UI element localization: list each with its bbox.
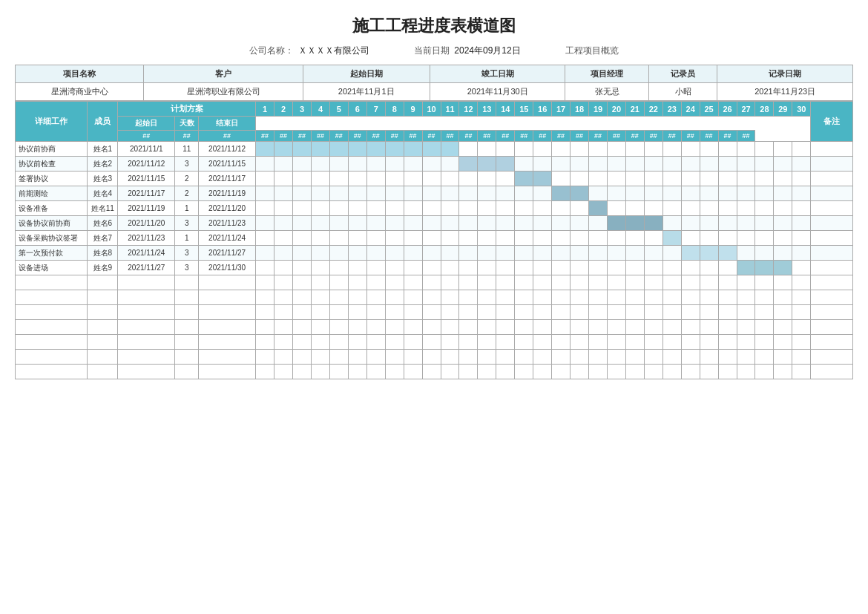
- member-name: 姓名9: [88, 261, 118, 275]
- empty-cell: [256, 320, 274, 335]
- col-header-note: 备注: [811, 102, 853, 142]
- gantt-cell-day-16: [533, 231, 552, 246]
- gantt-cell-day-23: [662, 172, 681, 186]
- gantt-cell-day-11: [441, 261, 459, 275]
- empty-cell: [459, 365, 478, 379]
- empty-cell: [718, 335, 737, 350]
- empty-cell: [644, 350, 662, 365]
- empty-cell: [662, 335, 681, 350]
- task-name: 设备协议前协商: [16, 216, 88, 231]
- empty-cell: [16, 350, 88, 365]
- gantt-cell-day-2: [274, 216, 293, 231]
- empty-cell: [571, 275, 589, 290]
- gantt-cell-day-4: [311, 186, 329, 201]
- gantt-cell-day-27: [737, 142, 755, 157]
- empty-cell: [274, 290, 293, 305]
- gantt-cell-day-16: [533, 216, 552, 231]
- empty-cell: [662, 320, 681, 335]
- gantt-cell-day-26: [718, 172, 737, 186]
- gantt-cell-day-24: [681, 246, 700, 261]
- empty-cell: [459, 350, 478, 365]
- info-header-project: 项目名称: [16, 65, 144, 83]
- gantt-cell-day-8: [385, 246, 404, 261]
- empty-cell: [175, 320, 199, 335]
- gantt-cell-day-25: [700, 201, 718, 216]
- empty-cell: [329, 350, 348, 365]
- col-header-day-24: 24: [681, 102, 700, 117]
- col-hash-day-17: ##: [496, 131, 515, 142]
- empty-cell: [404, 290, 422, 305]
- empty-cell: [441, 335, 459, 350]
- empty-cell: [792, 275, 811, 290]
- empty-cell: [459, 320, 478, 335]
- empty-cell: [441, 365, 459, 379]
- gantt-cell-day-17: [552, 216, 571, 231]
- col-hash-day-4: ##: [256, 131, 274, 142]
- gantt-cell-day-23: [662, 246, 681, 261]
- empty-cell: [404, 320, 422, 335]
- start-date: 2021/11/15: [118, 172, 175, 186]
- empty-cell: [792, 350, 811, 365]
- gantt-cell-day-18: [571, 157, 589, 172]
- empty-cell: [478, 290, 496, 305]
- empty-cell: [175, 350, 199, 365]
- gantt-cell-day-14: [496, 231, 515, 246]
- gantt-cell-day-21: [625, 261, 644, 275]
- info-header-start: 起始日期: [303, 65, 430, 83]
- note-cell: [811, 172, 853, 186]
- empty-cell: [293, 365, 312, 379]
- empty-cell: [256, 335, 274, 350]
- empty-cell: [422, 335, 441, 350]
- gantt-cell-day-25: [700, 172, 718, 186]
- gantt-cell-day-21: [625, 157, 644, 172]
- empty-cell: [311, 290, 329, 305]
- days-count: 11: [175, 142, 199, 157]
- col-hash-day-12: ##: [404, 131, 422, 142]
- col-header-day-23: 23: [662, 102, 681, 117]
- gantt-cell-day-6: [348, 142, 366, 157]
- empty-cell: [118, 335, 175, 350]
- col-hash-day-3: ##: [199, 131, 256, 142]
- member-name: 姓名2: [88, 157, 118, 172]
- date-value: 2024年09月12日: [454, 45, 520, 57]
- gantt-cell-day-15: [515, 231, 533, 246]
- gantt-cell-day-6: [348, 172, 366, 186]
- gantt-cell-day-22: [644, 231, 662, 246]
- empty-cell: [385, 335, 404, 350]
- empty-cell: [118, 290, 175, 305]
- gantt-cell-day-7: [366, 246, 385, 261]
- gantt-cell-day-5: [329, 246, 348, 261]
- gantt-cell-day-10: [422, 201, 441, 216]
- empty-cell: [644, 335, 662, 350]
- empty-cell: [700, 320, 718, 335]
- gantt-cell-day-29: [774, 231, 792, 246]
- col-header-day-17: 17: [552, 102, 571, 117]
- gantt-cell-day-18: [571, 246, 589, 261]
- note-cell: [811, 261, 853, 275]
- empty-cell: [737, 275, 755, 290]
- empty-cell: [681, 305, 700, 320]
- empty-cell: [625, 320, 644, 335]
- empty-cell: [515, 290, 533, 305]
- empty-cell: [441, 350, 459, 365]
- empty-cell: [737, 350, 755, 365]
- empty-cell: [385, 275, 404, 290]
- gantt-cell-day-12: [459, 231, 478, 246]
- gantt-cell-day-8: [385, 231, 404, 246]
- empty-cell: [422, 350, 441, 365]
- gantt-cell-day-17: [552, 231, 571, 246]
- gantt-cell-day-26: [718, 261, 737, 275]
- col-hash-day-27: ##: [681, 131, 700, 142]
- gantt-cell-day-17: [552, 186, 571, 201]
- gantt-cell-day-30: [792, 172, 811, 186]
- member-name: 姓名6: [88, 216, 118, 231]
- empty-cell: [774, 320, 792, 335]
- empty-row: [16, 365, 853, 379]
- empty-cell: [515, 275, 533, 290]
- empty-cell: [681, 365, 700, 379]
- empty-cell: [625, 335, 644, 350]
- note-cell: [811, 201, 853, 216]
- empty-cell: [811, 350, 853, 365]
- empty-cell: [515, 320, 533, 335]
- gantt-cell-day-15: [515, 172, 533, 186]
